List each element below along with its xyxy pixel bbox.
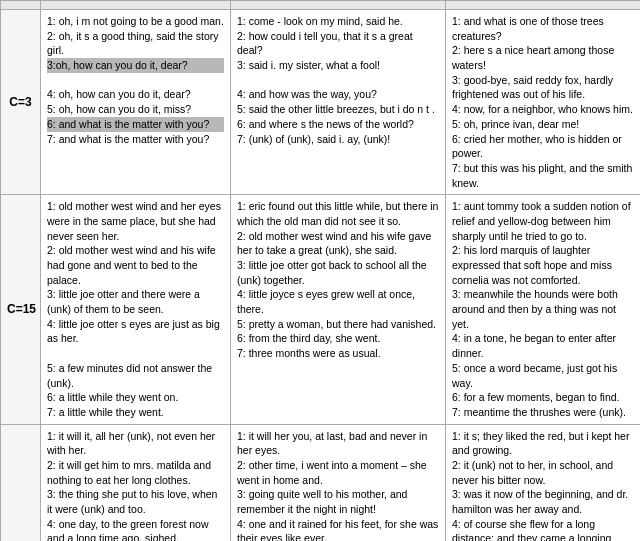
row-label-1: C=15 bbox=[1, 195, 41, 424]
table-row: C=31: oh, i m not going to be a good man… bbox=[1, 10, 641, 195]
row-label-0: C=3 bbox=[1, 10, 41, 195]
cell-top15-1: 1: eric found out this little while, but… bbox=[231, 195, 446, 424]
cell-ns-0: 1: and what is one of those trees creatu… bbox=[446, 10, 641, 195]
cell-top15-2: 1: it will her you, at last, bad and nev… bbox=[231, 424, 446, 541]
cell-greedy-2: 1: it will it, all her (unk), not even h… bbox=[41, 424, 231, 541]
table-row: C=151: old mother west wind and her eyes… bbox=[1, 195, 641, 424]
header-ns bbox=[446, 1, 641, 10]
cell-greedy-0: 1: oh, i m not going to be a good man.2:… bbox=[41, 10, 231, 195]
header-greedy bbox=[41, 1, 231, 10]
cell-top15-0: 1: come - look on my mind, said he.2: ho… bbox=[231, 10, 446, 195]
corner-header bbox=[1, 1, 41, 10]
cell-ns-1: 1: aunt tommy took a sudden notion of re… bbox=[446, 195, 641, 424]
cell-greedy-1: 1: old mother west wind and her eyes wer… bbox=[41, 195, 231, 424]
row-label-2: C=100 bbox=[1, 424, 41, 541]
cell-ns-2: 1: it s; they liked the red, but i kept … bbox=[446, 424, 641, 541]
table-row: C=1001: it will it, all her (unk), not e… bbox=[1, 424, 641, 541]
header-top15 bbox=[231, 1, 446, 10]
